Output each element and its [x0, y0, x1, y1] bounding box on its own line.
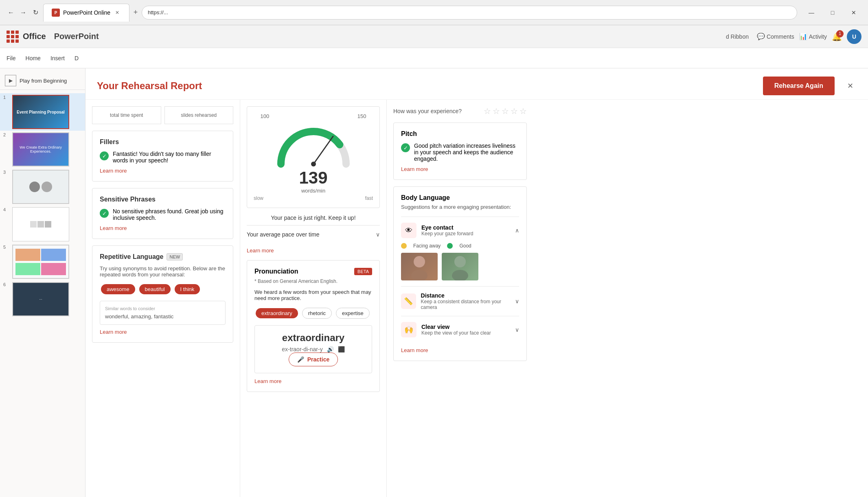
tab-insert[interactable]: Insert	[50, 53, 65, 63]
slide-thumbnail-4	[12, 207, 69, 241]
clear-view-header[interactable]: 🙌 Clear view Keep the view of your face …	[401, 322, 519, 337]
pace-learn-more[interactable]: Learn more	[247, 247, 380, 254]
pron-tag-expertise[interactable]: expertise	[336, 308, 370, 319]
gauge-label-100: 100	[261, 113, 270, 119]
pron-tag-rhetoric[interactable]: rhetoric	[302, 308, 332, 319]
notifications-button[interactable]: 🔔 1	[832, 32, 842, 42]
slow-label: slow	[254, 195, 263, 201]
body-language-subtitle: Suggestions for a more engaging presenta…	[401, 204, 519, 210]
clear-view-chevron-down: ∨	[515, 326, 519, 333]
distance-desc: Keep a consistent distance from your cam…	[421, 299, 515, 310]
minimize-button[interactable]: —	[802, 7, 821, 19]
browser-tab[interactable]: P PowerPoint Online ✕	[43, 4, 129, 22]
repetitive-title: Repetitive Language	[100, 253, 163, 261]
office-bar: Office PowerPoint d Ribbon 💬 Comments 📊 …	[0, 25, 868, 48]
slide-6[interactable]: 6 ···	[0, 280, 85, 318]
pronunciation-learn-more[interactable]: Learn more	[254, 378, 372, 384]
svg-point-4	[454, 256, 466, 267]
word-phonetic: ex-traor-di-nar-y 🔊 ⬛	[261, 346, 365, 352]
rehearsal-panel: Your Rehearsal Report Rehearse Again ✕ t…	[85, 68, 868, 497]
slide-4[interactable]: 4	[0, 206, 85, 243]
repetitive-desc: Try using synonyms to avoid repetition. …	[100, 265, 226, 278]
close-button[interactable]: ✕	[844, 7, 863, 19]
right-column: How was your experience? ☆ ☆ ☆ ☆ ☆ Pitch	[387, 100, 533, 497]
audio-icon[interactable]: 🔊	[327, 346, 334, 352]
refresh-button[interactable]: ↻	[29, 7, 42, 19]
star-1[interactable]: ☆	[484, 106, 491, 116]
tag-ithink[interactable]: I think	[175, 284, 200, 294]
address-text: https://...	[148, 9, 168, 15]
pronunciation-note: * Based on General American English.	[254, 278, 372, 284]
clear-view-icon: 🙌	[401, 322, 416, 337]
slide-thumb-content-6: ···	[13, 283, 68, 315]
activity-button[interactable]: 📊 Activity	[799, 33, 827, 40]
user-avatar[interactable]: U	[847, 29, 861, 44]
office-logo[interactable]: Office PowerPoint	[7, 31, 99, 43]
star-5[interactable]: ☆	[519, 106, 527, 116]
comments-button[interactable]: 💬 Comments	[757, 33, 794, 40]
repetitive-learn-more[interactable]: Learn more	[100, 329, 226, 335]
address-bar[interactable]: https://...	[142, 6, 797, 20]
office-name: Office	[23, 32, 46, 41]
eye-contact-header[interactable]: 👁 Eye contact Keep your gaze forward ∧	[401, 223, 519, 238]
beta-badge: BETA	[354, 268, 372, 275]
practice-button[interactable]: 🎤 Practice	[289, 352, 338, 366]
face-images	[401, 253, 519, 280]
pron-tag-extraordinary[interactable]: extraordinary	[256, 308, 298, 318]
rehearse-again-button[interactable]: Rehearse Again	[763, 77, 835, 95]
star-4[interactable]: ☆	[511, 106, 518, 116]
avg-pace-row[interactable]: Your average pace over time ∨	[247, 225, 380, 243]
tab-label: PowerPoint Online	[63, 9, 110, 16]
chevron-down-icon: ∨	[376, 231, 380, 238]
slide-thumb-content-2: We Create Extra Ordinary Experiences.	[13, 133, 68, 166]
fast-label: fast	[365, 195, 373, 201]
fillers-learn-more[interactable]: Learn more	[100, 168, 226, 174]
slide-2[interactable]: 2 We Create Extra Ordinary Experiences.	[0, 131, 85, 168]
sensitive-title: Sensitive Phrases	[100, 196, 226, 203]
pitch-learn-more[interactable]: Learn more	[401, 166, 519, 172]
experience-row: How was your experience? ☆ ☆ ☆ ☆ ☆	[393, 106, 527, 116]
new-tab-button[interactable]: +	[129, 7, 142, 19]
slide-thumbnail-1: Event Planning Proposal	[12, 95, 69, 129]
synonyms-text: wonderful, amazing, fantastic	[105, 313, 220, 320]
star-2[interactable]: ☆	[493, 106, 500, 116]
ribbon-toggle-button[interactable]: d Ribbon	[723, 32, 752, 42]
practice-label: Practice	[307, 356, 329, 363]
total-time-label: total time spent	[98, 112, 155, 118]
app-grid-icon[interactable]	[7, 31, 19, 43]
sensitive-learn-more[interactable]: Learn more	[100, 225, 226, 231]
good-dot	[447, 243, 453, 249]
slide-1[interactable]: 1 Event Planning Proposal	[0, 93, 85, 131]
sensitive-check-icon: ✓	[100, 209, 109, 218]
eye-contact-info: Eye contact Keep your gaze forward	[421, 224, 473, 236]
tag-awesome[interactable]: awesome	[101, 284, 135, 294]
maximize-button[interactable]: □	[823, 7, 842, 19]
eye-contact-status: Facing away Good	[401, 243, 519, 249]
distance-header[interactable]: 📏 Distance Keep a consistent distance fr…	[401, 292, 519, 310]
slide-thumb-content-3	[13, 171, 68, 203]
slide-3[interactable]: 3	[0, 168, 85, 206]
star-3[interactable]: ☆	[502, 106, 509, 116]
body-language-learn-more[interactable]: Learn more	[401, 347, 519, 353]
eye-contact-left: 👁 Eye contact Keep your gaze forward	[401, 223, 473, 238]
tab-home[interactable]: Home	[26, 53, 41, 63]
play-from-beginning-button[interactable]: ▶ Play from Beginning	[0, 72, 85, 90]
fillers-check-icon: ✓	[100, 151, 109, 160]
back-button[interactable]: ←	[5, 7, 17, 19]
main-area: ▶ Play from Beginning 1 Event Planning P…	[0, 68, 868, 497]
experience-label: How was your experience?	[393, 108, 462, 114]
svg-point-5	[452, 270, 468, 280]
tag-beautiful[interactable]: beautiful	[139, 284, 171, 294]
tab-design[interactable]: D	[75, 53, 79, 63]
clear-view-title: Clear view	[421, 324, 491, 330]
pace-text: Your pace is just right. Keep it up!	[247, 215, 380, 221]
slide-5[interactable]: 5	[0, 243, 85, 280]
tab-file[interactable]: File	[7, 53, 16, 63]
captions-icon[interactable]: ⬛	[338, 346, 345, 352]
wpm-value: 139	[299, 168, 327, 188]
tab-close-button[interactable]: ✕	[114, 9, 121, 16]
close-panel-button[interactable]: ✕	[844, 79, 857, 92]
svg-point-3	[411, 270, 427, 280]
forward-button[interactable]: →	[17, 7, 29, 19]
pitch-check-icon: ✓	[401, 143, 410, 152]
